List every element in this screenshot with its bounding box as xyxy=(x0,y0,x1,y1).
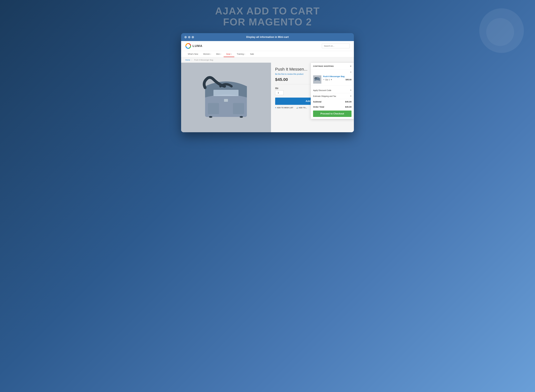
breadcrumb: Home › Push It Messenger Bag xyxy=(181,57,354,63)
hero-title-line1: AJAX ADD TO CART xyxy=(215,5,320,17)
browser-dot-2 xyxy=(188,36,190,38)
mini-cart-title: CONTINUE SHOPPING xyxy=(313,65,334,67)
nav-item-gear[interactable]: Gear ▾ xyxy=(224,51,234,57)
store-logo: LUMA xyxy=(185,43,203,49)
order-total-row: Order Total $45.00 xyxy=(313,104,351,109)
mini-cart-close-button[interactable]: × xyxy=(350,65,351,68)
proceed-to-checkout-button[interactable]: Proceed to Checkout xyxy=(313,111,351,117)
apply-discount-label: Apply Discount Code xyxy=(313,89,331,91)
store-header: LUMA xyxy=(181,41,354,51)
browser-dots xyxy=(185,36,194,38)
shipping-toggle[interactable]: + xyxy=(350,95,351,98)
product-image-col xyxy=(181,63,271,132)
nav-item-training[interactable]: Training ▾ xyxy=(234,51,248,57)
store-nav: What's New Women ▾ Men ▾ Gear ▾ Training… xyxy=(181,51,354,57)
svg-rect-7 xyxy=(233,103,244,114)
item-qty-value: Qty 1 xyxy=(325,79,330,81)
add-to-compare-button[interactable]: 📊 ADD TO... xyxy=(296,107,307,109)
deco-circle-inner xyxy=(486,18,514,46)
mini-cart-header: CONTINUE SHOPPING × xyxy=(311,63,354,70)
chart-icon: 📊 xyxy=(296,107,298,109)
svg-rect-6 xyxy=(208,103,219,114)
hero-title-line2: FOR MAGENTO 2 xyxy=(223,16,312,28)
qty-input[interactable] xyxy=(275,90,284,95)
subtotal-amount: $45.00 xyxy=(345,101,351,103)
nav-item-whats-new[interactable]: What's New xyxy=(185,51,201,57)
item-thumbnail xyxy=(313,75,322,84)
qty-increase-button[interactable]: + xyxy=(331,78,332,81)
svg-rect-2 xyxy=(213,90,238,96)
nav-item-men[interactable]: Men ▾ xyxy=(213,51,224,57)
product-area: Push It Messen... Be the first to review… xyxy=(181,63,354,132)
breadcrumb-separator: › xyxy=(191,59,192,61)
mini-cart-footer: Apply Discount Code + Estimate Shipping … xyxy=(311,85,354,119)
nav-item-women[interactable]: Women ▾ xyxy=(201,51,213,57)
item-qty-row: − Qty 1 + $45.00 xyxy=(323,78,351,81)
hero-title: AJAX ADD TO CART FOR MAGENTO 2 xyxy=(215,5,320,28)
svg-point-5 xyxy=(240,116,243,118)
order-total-label: Order Total xyxy=(313,106,324,108)
discount-row: Apply Discount Code + xyxy=(313,87,351,93)
shipping-row: Estimate Shipping and Tax + xyxy=(313,93,351,99)
mini-cart-overlay: CONTINUE SHOPPING × × Push It Messenger … xyxy=(311,63,354,119)
browser-dot-1 xyxy=(185,36,187,38)
store-content: LUMA What's New Women ▾ Men ▾ Gear ▾ Tra… xyxy=(181,41,354,132)
browser-chrome: Display all information in Mini-cart xyxy=(181,33,354,41)
mini-cart-close2-button[interactable]: × xyxy=(311,70,354,74)
qty-decrease-button[interactable]: − xyxy=(323,78,324,81)
browser-dot-3 xyxy=(192,36,194,38)
shipping-label: Estimate Shipping and Tax xyxy=(313,95,336,97)
svg-point-4 xyxy=(209,116,212,118)
item-thumb-image xyxy=(313,75,321,84)
svg-rect-3 xyxy=(224,99,228,102)
search-input[interactable] xyxy=(322,44,350,48)
breadcrumb-current: Push It Messenger Bag xyxy=(194,59,213,61)
deco-circle xyxy=(479,8,524,53)
subtotal-row: Subtotal $45.00 xyxy=(313,99,351,104)
item-info: Push It Messenger Bag − Qty 1 + $45.00 xyxy=(323,75,351,81)
browser-window: Display all information in Mini-cart LUM… xyxy=(181,33,354,132)
heart-icon: ♥ xyxy=(275,107,276,109)
browser-title: Display all information in Mini-cart xyxy=(246,36,289,39)
apply-discount-toggle[interactable]: + xyxy=(350,89,351,92)
logo-text: LUMA xyxy=(193,44,203,48)
subtotal-label: Subtotal xyxy=(313,101,322,103)
breadcrumb-home[interactable]: Home xyxy=(185,59,190,61)
mini-cart-item: Push It Messenger Bag − Qty 1 + $45.00 xyxy=(311,74,354,85)
add-to-wish-list-button[interactable]: ♥ ADD TO WISH LIST xyxy=(275,107,293,109)
product-image xyxy=(199,75,252,120)
nav-item-sale[interactable]: Sale xyxy=(248,51,256,57)
item-name[interactable]: Push It Messenger Bag xyxy=(323,75,351,78)
order-total-amount: $45.00 xyxy=(345,106,351,108)
item-price: $45.00 xyxy=(346,79,351,81)
luma-logo-icon xyxy=(185,43,191,49)
